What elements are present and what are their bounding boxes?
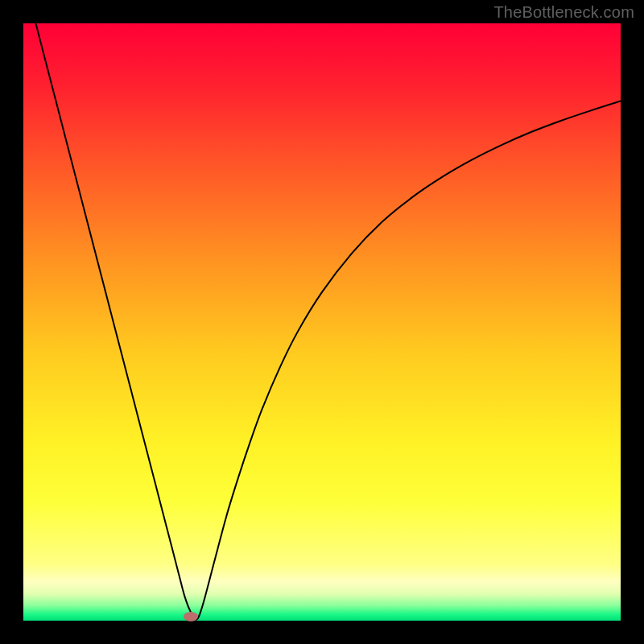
- plot-area: [23, 23, 621, 621]
- watermark-text: TheBottleneck.com: [493, 3, 634, 22]
- bottleneck-chart: [23, 23, 621, 621]
- chart-frame: TheBottleneck.com: [0, 0, 644, 644]
- optimum-marker: [184, 612, 198, 621]
